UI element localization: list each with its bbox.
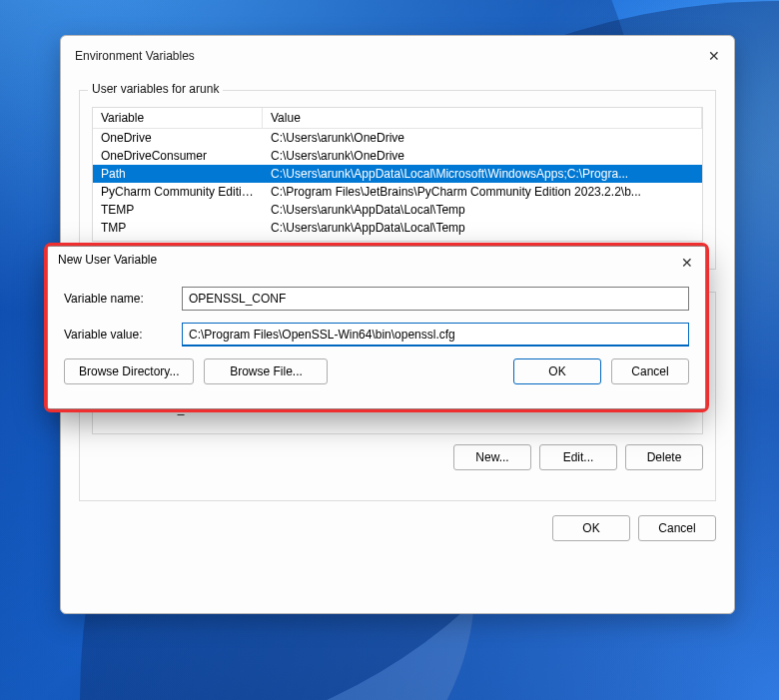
modal-titlebar: New User Variable ✕ (48, 247, 705, 279)
user-table-header: Variable Value (93, 108, 702, 129)
edit-button[interactable]: Edit... (539, 444, 617, 470)
variable-name-label: Variable name: (64, 292, 172, 306)
modal-title: New User Variable (58, 253, 677, 273)
modal-ok-button[interactable]: OK (513, 358, 601, 384)
env-cancel-button[interactable]: Cancel (638, 515, 716, 541)
cell-value: C:\Users\arunk\AppData\Local\Temp (263, 219, 702, 237)
cell-value: C:\Users\arunk\AppData\Local\Temp (263, 201, 702, 219)
user-group-legend: User variables for arunk (88, 82, 223, 96)
close-icon[interactable]: ✕ (704, 46, 724, 66)
cell-variable: OneDrive (93, 129, 263, 147)
variable-value-label: Variable value: (64, 328, 172, 342)
variable-value-input[interactable] (182, 323, 689, 347)
table-row[interactable]: TEMPC:\Users\arunk\AppData\Local\Temp (93, 201, 702, 219)
new-user-variable-dialog: New User Variable ✕ Variable name: Varia… (47, 246, 706, 409)
modal-buttons-row: Browse Directory... Browse File... OK Ca… (48, 358, 705, 384)
modal-cancel-button[interactable]: Cancel (611, 358, 689, 384)
delete-button[interactable]: Delete (625, 444, 703, 470)
env-titlebar: Environment Variables ✕ (61, 44, 734, 76)
cell-value: C:\Program Files\JetBrains\PyCharm Commu… (263, 183, 702, 201)
browse-directory-button[interactable]: Browse Directory... (64, 358, 194, 384)
env-bottom-buttons: OK Cancel (61, 509, 734, 541)
col-value[interactable]: Value (263, 108, 702, 128)
table-row[interactable]: OneDriveC:\Users\arunk\OneDrive (93, 129, 702, 147)
env-window-title: Environment Variables (75, 49, 704, 63)
cell-variable: OneDriveConsumer (93, 147, 263, 165)
col-variable[interactable]: Variable (93, 108, 263, 128)
table-row[interactable]: PyCharm Community EditionC:\Program File… (93, 183, 702, 201)
cell-variable: PyCharm Community Edition (93, 183, 263, 201)
variable-name-input[interactable] (182, 287, 689, 311)
table-row[interactable]: OneDriveConsumerC:\Users\arunk\OneDrive (93, 147, 702, 165)
cell-value: C:\Users\arunk\AppData\Local\Microsoft\W… (263, 165, 702, 183)
browse-file-button[interactable]: Browse File... (204, 358, 328, 384)
cell-value: C:\Users\arunk\OneDrive (263, 147, 702, 165)
cell-variable: TMP (93, 219, 263, 237)
close-icon[interactable]: ✕ (677, 253, 697, 273)
new-button[interactable]: New... (453, 444, 531, 470)
table-row[interactable]: PathC:\Users\arunk\AppData\Local\Microso… (93, 165, 702, 183)
cell-variable: TEMP (93, 201, 263, 219)
user-variables-table[interactable]: Variable Value OneDriveC:\Users\arunk\On… (92, 107, 703, 242)
cell-variable: Path (93, 165, 263, 183)
user-variables-group: User variables for arunk Variable Value … (79, 90, 716, 270)
table-row[interactable]: TMPC:\Users\arunk\AppData\Local\Temp (93, 219, 702, 237)
cell-value: C:\Users\arunk\OneDrive (263, 129, 702, 147)
sys-buttons-row: New... Edit... Delete (92, 444, 703, 470)
env-ok-button[interactable]: OK (552, 515, 630, 541)
